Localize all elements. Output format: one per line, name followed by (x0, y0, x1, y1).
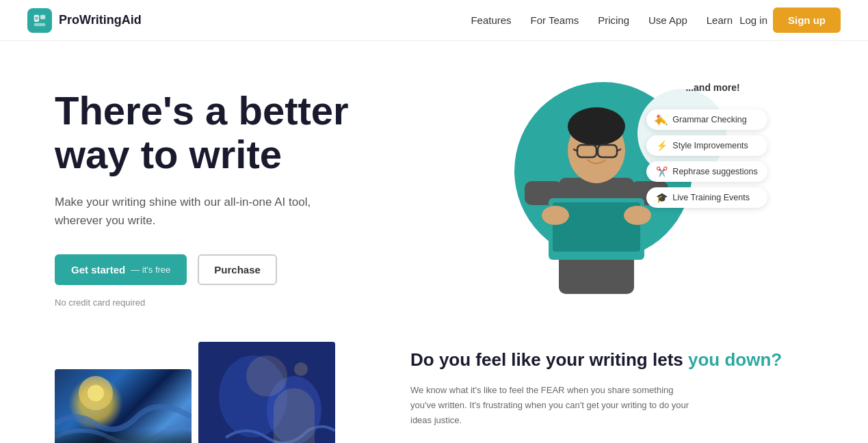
hero-buttons: Get started — it's free Purchase (55, 254, 434, 285)
nav-use-app[interactable]: Use App (648, 14, 687, 26)
logo-area[interactable]: ProWritingAid (27, 8, 142, 33)
svg-point-18 (88, 385, 104, 401)
free-tag: — it's free (131, 265, 170, 275)
rephrase-icon: ✂️ (656, 166, 668, 177)
svg-rect-2 (34, 23, 46, 26)
and-more-text: ...and more! (685, 82, 739, 93)
hero-left: There's a better way to write Make your … (55, 75, 434, 308)
hero-subtitle: Make your writing shine with our all-in-… (55, 193, 315, 230)
hero-section: There's a better way to write Make your … (0, 41, 868, 342)
logo-text: ProWritingAid (59, 13, 142, 27)
login-button[interactable]: Log in (739, 14, 767, 26)
purchase-button[interactable]: Purchase (198, 254, 277, 285)
hero-title: There's a better way to write (55, 89, 434, 176)
svg-point-15 (542, 206, 569, 225)
pill-training: 🎓 Live Training Events (646, 187, 767, 208)
starry-night-img (55, 369, 192, 443)
nav-for-teams[interactable]: For Teams (531, 14, 579, 26)
style-icon: ⚡ (656, 140, 668, 151)
navbar: ProWritingAid Features For Teams Pricing… (0, 0, 868, 41)
svg-point-16 (624, 206, 651, 225)
bottom-section: My idea in my head Do you feel like your… (0, 342, 868, 443)
signup-button[interactable]: Sign up (773, 8, 841, 33)
abstract-art-img: My idea in my head (198, 342, 335, 443)
bottom-right: Do you feel like your writing lets you d… (356, 342, 813, 428)
svg-rect-1 (40, 14, 45, 18)
swirl-lines (55, 369, 192, 443)
pill-rephrase: ✂️ Rephrase suggestions (646, 161, 767, 182)
nav-pricing[interactable]: Pricing (598, 14, 629, 26)
logo-icon (27, 8, 52, 33)
svg-point-23 (246, 355, 287, 397)
feature-pills: ✏️ Grammar Checking ⚡ Style Improvements… (646, 109, 767, 208)
nav-features[interactable]: Features (471, 14, 511, 26)
bottom-heading: Do you feel like your writing lets you d… (410, 349, 813, 372)
svg-point-24 (294, 362, 308, 376)
bottom-body-text: We know what it's like to feel the FEAR … (410, 383, 698, 428)
pill-grammar: ✏️ Grammar Checking (646, 109, 767, 130)
hero-illustration: ...and more! ✦ ✏️ Grammar Checking ⚡ Sty… (494, 75, 754, 294)
training-icon: 🎓 (656, 192, 668, 203)
hero-right: ...and more! ✦ ✏️ Grammar Checking ⚡ Sty… (434, 75, 814, 314)
svg-point-5 (568, 107, 625, 146)
pill-style: ⚡ Style Improvements (646, 135, 767, 156)
art-images: My idea in my head (55, 342, 356, 443)
sparkle-icon: ✦ (653, 113, 665, 131)
svg-rect-0 (34, 14, 39, 21)
get-started-button[interactable]: Get started — it's free (55, 254, 187, 285)
bottom-left: My idea in my head (55, 342, 356, 443)
nav-links: Features For Teams Pricing Use App Learn (471, 14, 733, 27)
no-credit-text: No credit card required (55, 297, 434, 308)
nav-learn[interactable]: Learn (707, 14, 733, 26)
